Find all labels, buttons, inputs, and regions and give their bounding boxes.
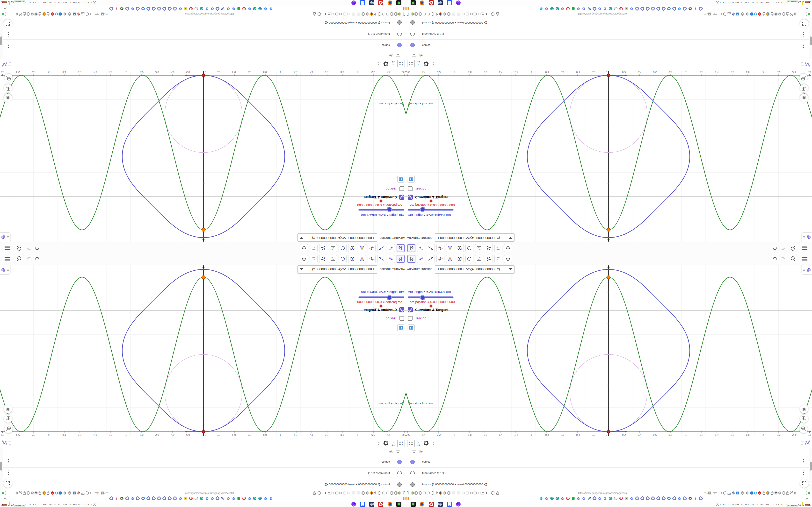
tab-favicon-wreath[interactable] bbox=[125, 496, 129, 500]
function-dropdown[interactable]: 1.000000000000 + cos(4.000000000000 x) bbox=[298, 265, 377, 274]
taskbar-app-terminal-green[interactable] bbox=[411, 0, 416, 5]
dot-circle-icon[interactable] bbox=[346, 491, 350, 495]
algebra-row-expression[interactable]: funcNames = {" "} bbox=[368, 33, 390, 36]
mouse-icon[interactable] bbox=[68, 491, 71, 495]
arc-length-slider[interactable] bbox=[358, 296, 404, 298]
gear-icon[interactable] bbox=[365, 12, 369, 16]
download-icon[interactable] bbox=[81, 12, 85, 16]
arc-length-slider-knob[interactable] bbox=[420, 295, 425, 300]
translate-icon[interactable]: Ax bbox=[708, 491, 711, 495]
shield-icon[interactable] bbox=[317, 12, 321, 16]
tool-circle-with-center-icon[interactable] bbox=[348, 244, 356, 252]
tab-favicon-google[interactable]: G bbox=[603, 496, 607, 500]
share-thumb-icon[interactable] bbox=[785, 491, 790, 495]
tab-favicon-wikipedia[interactable]: W bbox=[587, 496, 591, 500]
arc-arrow-icon[interactable] bbox=[422, 491, 426, 495]
globe-icon[interactable] bbox=[361, 491, 365, 495]
panel-kebab-icon[interactable] bbox=[432, 441, 434, 446]
tab-favicon-wreath[interactable] bbox=[646, 7, 650, 11]
tracing-checkbox[interactable] bbox=[400, 186, 404, 191]
scrollbar-thumb[interactable] bbox=[0, 37, 2, 45]
tab-favicon-wreath[interactable] bbox=[168, 496, 171, 500]
curvature-tangent-checkbox[interactable] bbox=[408, 194, 413, 200]
tab-favicon-google[interactable]: G bbox=[576, 496, 580, 500]
tab-favicon-google[interactable]: G bbox=[540, 496, 543, 500]
tab-favicon-google[interactable]: G bbox=[598, 7, 602, 11]
disk-graph-widget[interactable] bbox=[805, 0, 811, 5]
collapse-minus-button[interactable] bbox=[396, 450, 400, 454]
globe-icon[interactable] bbox=[361, 12, 365, 16]
olive-circle-icon[interactable] bbox=[410, 491, 414, 495]
disk-graph-widget[interactable] bbox=[1, 502, 7, 507]
tab-favicon-wreath[interactable] bbox=[593, 496, 597, 500]
tab-favicon-teal[interactable] bbox=[550, 496, 554, 500]
taskbar-app-purple-bot[interactable] bbox=[351, 502, 356, 507]
taskbar-app-monitor-chart[interactable] bbox=[369, 502, 374, 507]
translate-blue-icon[interactable]: A bbox=[72, 491, 77, 495]
tab-favicon-google[interactable]: G bbox=[545, 496, 549, 500]
tool-polygon-icon[interactable] bbox=[358, 255, 366, 263]
tab-favicon-wikipedia[interactable]: W bbox=[587, 7, 591, 11]
tab-favicon-wreath[interactable] bbox=[651, 7, 655, 11]
gear-icon[interactable] bbox=[63, 12, 67, 16]
trash-icon[interactable] bbox=[762, 491, 766, 495]
tool-slider-icon[interactable]: a=2 bbox=[310, 244, 317, 252]
tab-favicon-f-red[interactable]: f bbox=[114, 7, 118, 11]
blank-icon[interactable] bbox=[452, 491, 456, 495]
tool-polygon-icon[interactable] bbox=[358, 244, 366, 252]
zoom-out-button[interactable] bbox=[800, 74, 808, 82]
graphics-style-button[interactable] bbox=[802, 233, 812, 242]
tab-favicon-google[interactable]: G bbox=[205, 496, 209, 500]
tab-favicon-google[interactable]: G bbox=[210, 7, 214, 11]
rect-outline-icon[interactable] bbox=[473, 491, 477, 495]
zoom-in-button[interactable] bbox=[800, 84, 808, 93]
shield-icon[interactable] bbox=[491, 491, 495, 495]
zoom-out-button[interactable] bbox=[4, 425, 12, 433]
redo-icon[interactable] bbox=[779, 256, 786, 263]
tab-favicon-wreath[interactable] bbox=[136, 496, 140, 500]
home-button[interactable] bbox=[800, 405, 808, 413]
trash-icon[interactable] bbox=[46, 491, 50, 495]
row-kebab-icon[interactable] bbox=[802, 459, 804, 464]
row-kebab-icon[interactable] bbox=[802, 32, 804, 37]
tab-favicon-info[interactable]: i bbox=[194, 496, 198, 500]
taskbar-app-red-gear[interactable] bbox=[378, 0, 383, 5]
tab-favicon-yandex[interactable]: Я bbox=[189, 496, 193, 500]
tab-favicon-wreath[interactable] bbox=[656, 7, 660, 11]
tab-overflow-chevron-icon[interactable] bbox=[3, 6, 7, 10]
fullscreen-button[interactable] bbox=[3, 479, 12, 488]
blank-icon[interactable] bbox=[457, 491, 461, 495]
undo-icon[interactable] bbox=[34, 244, 40, 251]
tab-favicon-wikipedia[interactable]: W bbox=[221, 7, 225, 11]
blank-icon[interactable] bbox=[457, 12, 461, 16]
url-text[interactable]: https://www.geogebra.org/classic/aagcxh3… bbox=[578, 12, 626, 15]
firefox-icon[interactable] bbox=[439, 12, 443, 16]
gear-icon[interactable] bbox=[793, 491, 797, 495]
tab-favicon-wreath[interactable] bbox=[146, 7, 150, 11]
memory-graph-widget[interactable] bbox=[7, 0, 14, 5]
visibility-marble[interactable] bbox=[410, 20, 415, 25]
home-button[interactable] bbox=[4, 94, 12, 102]
tab-favicon-octopus[interactable] bbox=[571, 496, 575, 500]
tab-overflow-chevron-icon[interactable] bbox=[3, 497, 7, 501]
taskbar-app-purple-bot[interactable] bbox=[456, 0, 461, 5]
plot-canvas[interactable]: -2.6-2.4-2.2-2-1.8-1.6-1.4-1.2-1-0.8-0.6… bbox=[406, 70, 812, 242]
taskbar-app-monitor-chart[interactable] bbox=[369, 0, 374, 5]
arc-arrow-icon[interactable] bbox=[426, 12, 430, 16]
home-button[interactable] bbox=[800, 94, 808, 102]
shield-dark-icon[interactable]: U0 bbox=[774, 12, 778, 16]
dot-circle-icon[interactable] bbox=[339, 491, 343, 495]
globe-icon[interactable] bbox=[414, 12, 418, 16]
tab-favicon-google[interactable]: G bbox=[603, 7, 607, 11]
taskbar-app-terminal-green[interactable] bbox=[396, 502, 401, 507]
tab-favicon-teal[interactable] bbox=[253, 496, 257, 500]
tab-favicon-bubble[interactable] bbox=[141, 7, 145, 11]
algebra-scrollbar[interactable] bbox=[809, 448, 812, 490]
tab-favicon-wreath[interactable] bbox=[635, 496, 639, 500]
taskbar-app-firefox[interactable] bbox=[388, 502, 393, 507]
arrow-right-icon[interactable] bbox=[718, 491, 722, 495]
visibility-marble[interactable] bbox=[397, 20, 402, 25]
tab-favicon-google[interactable]: G bbox=[678, 496, 681, 500]
marker-icon[interactable] bbox=[732, 12, 735, 16]
lock-icon[interactable] bbox=[312, 491, 316, 495]
